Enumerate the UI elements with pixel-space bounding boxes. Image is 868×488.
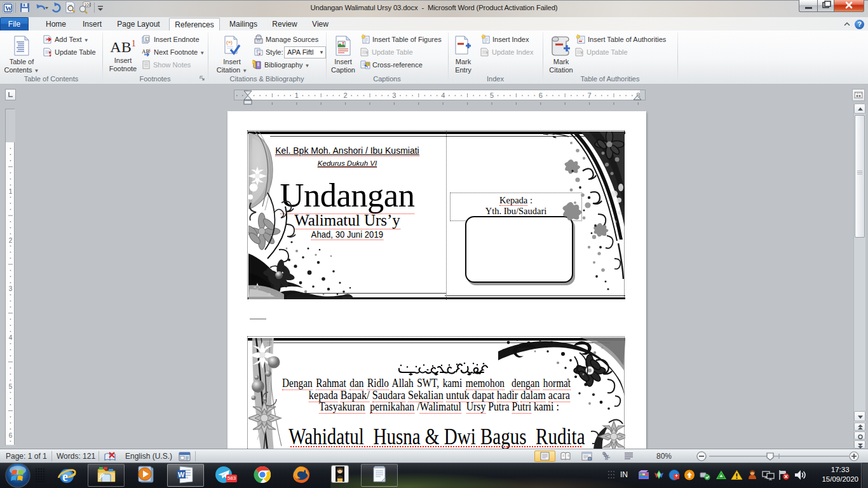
svg-text:7: 7	[588, 92, 592, 99]
svg-text:6: 6	[9, 432, 13, 439]
svg-text:5: 5	[490, 92, 494, 99]
svg-text:W: W	[178, 471, 185, 478]
svg-text:1: 1	[295, 92, 299, 99]
svg-text:5: 5	[9, 383, 13, 390]
svg-text:2: 2	[9, 237, 13, 244]
svg-text:4: 4	[9, 334, 13, 341]
svg-text:6: 6	[539, 92, 543, 99]
svg-text:1: 1	[9, 188, 13, 195]
svg-text:2: 2	[344, 92, 348, 99]
svg-text:3: 3	[9, 285, 13, 292]
svg-text:3: 3	[392, 92, 396, 99]
svg-text:4: 4	[441, 92, 445, 99]
